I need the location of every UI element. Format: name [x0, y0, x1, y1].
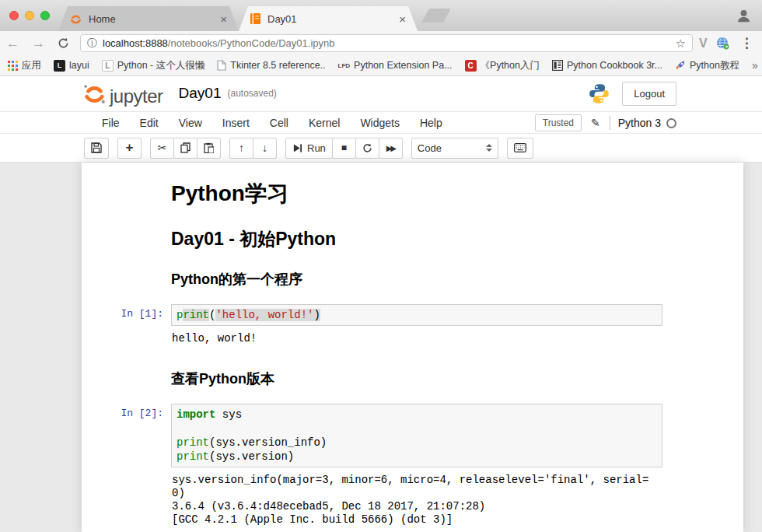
- extension-globe-icon[interactable]: [713, 37, 732, 50]
- code-input[interactable]: import sysprint(sys.version_info)print(s…: [171, 404, 662, 467]
- layui-icon: L: [54, 60, 65, 72]
- kernel-idle-icon: [666, 118, 676, 128]
- bookmarks-bar: 应用 L layui L Python - 这个人很懒 Tkinter 8.5 …: [0, 55, 762, 76]
- restart-run-all-button[interactable]: ▶▶: [379, 138, 403, 159]
- menu-kernel[interactable]: Kernel: [299, 117, 350, 129]
- code-input[interactable]: print('hello, world!'): [171, 304, 662, 326]
- chrome-menu-icon[interactable]: ⋮: [732, 35, 761, 51]
- code-token-selected: ): [313, 309, 320, 321]
- profile-icon[interactable]: [736, 9, 751, 23]
- bookmark-python-tutorial[interactable]: Python教程: [675, 59, 739, 72]
- notebook-toolbar: + ✂ ↑ ↓ Run ■: [0, 134, 762, 163]
- back-button[interactable]: ←: [0, 37, 26, 50]
- keyboard-icon: [514, 143, 526, 152]
- tab-close-icon[interactable]: ×: [218, 12, 229, 26]
- command-palette-button[interactable]: [507, 138, 533, 159]
- notebook-title[interactable]: Day01: [179, 85, 222, 103]
- move-cell-up-button[interactable]: ↑: [229, 138, 253, 159]
- bookmark-star-icon[interactable]: ☆: [676, 37, 686, 51]
- bookmark-label: Tkinter 8.5 reference..: [230, 60, 325, 71]
- markdown-heading-3[interactable]: Python的第一个程序: [171, 270, 743, 289]
- menu-edit[interactable]: Edit: [130, 117, 169, 129]
- markdown-heading-2[interactable]: Day01 - 初始Python: [171, 227, 743, 251]
- jupyter-logo-icon: [82, 81, 107, 107]
- save-button[interactable]: [84, 138, 109, 159]
- menu-help[interactable]: Help: [410, 117, 453, 129]
- letter-l-icon: L: [102, 60, 114, 72]
- tab-day01[interactable]: Day01 ×: [239, 6, 418, 31]
- lfd-icon: LFD: [338, 62, 351, 69]
- bookmark-layui[interactable]: L layui: [54, 60, 89, 72]
- tab-close-icon[interactable]: ×: [397, 12, 408, 26]
- bookmark-python-extension[interactable]: LFD Python Extension Pa...: [338, 60, 453, 71]
- bookmark-label: 《Python入门: [481, 59, 540, 72]
- notebook-book-icon: [250, 12, 261, 25]
- trusted-button[interactable]: Trusted: [535, 114, 582, 131]
- url-host: localhost:8888: [103, 37, 168, 49]
- python-logo-icon: [589, 83, 610, 104]
- logout-button[interactable]: Logout: [622, 82, 676, 106]
- jupyter-brand[interactable]: jupyter: [82, 81, 163, 107]
- bookmarks-overflow-chevron[interactable]: »: [752, 59, 761, 72]
- bookmark-python-lazy[interactable]: L Python - 这个人很懒: [102, 59, 205, 72]
- code-token: (sys.version_info): [209, 436, 327, 449]
- add-cell-button[interactable]: +: [117, 138, 142, 159]
- restart-kernel-button[interactable]: [355, 138, 379, 159]
- divider: [610, 116, 610, 130]
- menu-widgets[interactable]: Widgets: [350, 117, 410, 129]
- bookmark-label: 应用: [22, 59, 41, 72]
- forward-button[interactable]: →: [26, 37, 51, 50]
- select-caret-icon: [486, 144, 492, 152]
- input-prompt: In [2]:: [82, 404, 171, 467]
- bookmark-cookbook[interactable]: Python Cookbook 3r...: [552, 60, 662, 71]
- code-token-selected: rint: [183, 309, 209, 321]
- pencil-icon[interactable]: ✎: [591, 117, 600, 129]
- bookmark-tkinter[interactable]: Tkinter 8.5 reference..: [217, 60, 325, 71]
- run-label: Run: [307, 142, 326, 154]
- menu-cell[interactable]: Cell: [260, 117, 299, 129]
- code-cell-1[interactable]: In [1]: print('hello, world!'): [82, 304, 743, 326]
- code-token: (sys.version): [209, 450, 294, 463]
- paste-cell-button[interactable]: [197, 138, 221, 159]
- letter-c-icon: C: [465, 60, 477, 72]
- menu-file[interactable]: File: [92, 117, 130, 129]
- bookmark-label: Python - 这个人很懒: [117, 59, 205, 72]
- notebook-background: Python学习 Day01 - 初始Python Python的第一个程序 I…: [0, 163, 762, 532]
- bookmark-label: layui: [69, 60, 89, 71]
- cell-type-value: Code: [418, 142, 442, 154]
- browser-window: { "browser": { "tabs": [ { "label": "Hom…: [0, 0, 762, 532]
- apps-grid-icon: [8, 61, 18, 71]
- extension-v-icon[interactable]: V: [693, 37, 713, 51]
- markdown-heading-4[interactable]: 查看Python版本: [171, 369, 743, 388]
- address-bar[interactable]: ⓘ localhost:8888 /notebooks/PythonCode/D…: [80, 34, 693, 52]
- new-tab-button[interactable]: [421, 9, 451, 23]
- markdown-heading-1[interactable]: Python学习: [171, 179, 743, 208]
- bookmark-python-intro[interactable]: C 《Python入门: [465, 59, 540, 72]
- cell-2-output: sys.version_info(major=3, minor=6, micro…: [171, 472, 666, 527]
- bookmark-apps[interactable]: 应用: [8, 59, 41, 72]
- window-zoom-button[interactable]: [40, 11, 50, 20]
- book-cover-icon: [552, 60, 563, 71]
- reload-button[interactable]: [51, 37, 75, 49]
- interrupt-kernel-button[interactable]: ■: [332, 138, 356, 159]
- window-minimize-button[interactable]: [25, 11, 34, 20]
- cell-type-select[interactable]: Code: [411, 138, 498, 159]
- window-close-button[interactable]: [9, 11, 19, 20]
- menu-insert[interactable]: Insert: [212, 117, 260, 129]
- jupyter-header: jupyter Day01 (autosaved) Logout: [0, 76, 762, 112]
- cut-cell-button[interactable]: ✂: [150, 138, 174, 159]
- rocket-icon: [675, 60, 686, 71]
- code-cell-2[interactable]: In [2]: import sysprint(sys.version_info…: [82, 404, 743, 467]
- paste-icon: [204, 142, 214, 153]
- run-cell-button[interactable]: Run: [285, 138, 333, 159]
- autosave-status: (autosaved): [227, 88, 276, 100]
- copy-cell-button[interactable]: [173, 138, 197, 159]
- page-info-icon[interactable]: ⓘ: [87, 37, 97, 51]
- notebook-container: Python学习 Day01 - 初始Python Python的第一个程序 I…: [82, 163, 743, 532]
- tab-home[interactable]: Home ×: [58, 6, 239, 31]
- menu-view[interactable]: View: [169, 117, 212, 129]
- code-builtin: print: [177, 450, 209, 463]
- jupyter-logo-icon: [69, 12, 82, 26]
- page-icon: [217, 60, 226, 71]
- move-cell-down-button[interactable]: ↓: [253, 138, 277, 159]
